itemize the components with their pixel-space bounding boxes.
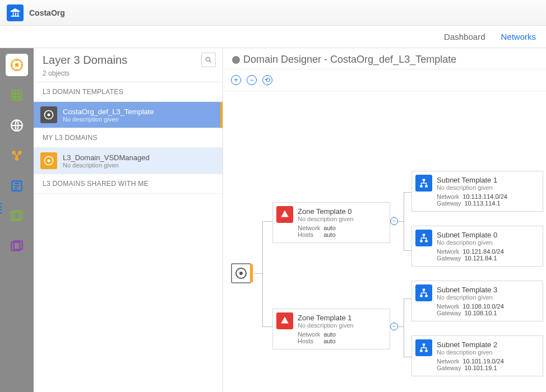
- zone-card[interactable]: Zone Template 1 No description given Net…: [272, 309, 390, 349]
- connector: [262, 221, 263, 326]
- subnet-name: Subnet Template 1: [437, 176, 537, 184]
- object-count: 2 objects: [34, 69, 223, 82]
- connector: [404, 298, 404, 357]
- nav-templates-a[interactable]: [6, 205, 28, 227]
- subnet-icon: [415, 175, 432, 192]
- section-templates: L3 DOMAIN TEMPLATES: [34, 82, 223, 102]
- svg-point-1: [15, 63, 19, 67]
- svg-rect-6: [12, 90, 21, 100]
- add-button[interactable]: +: [231, 75, 241, 85]
- svg-point-4: [11, 64, 13, 66]
- subnet-desc: No description given: [437, 239, 537, 246]
- collapse-toggle[interactable]: −: [390, 217, 398, 225]
- label: Gateway: [437, 200, 461, 207]
- search-button[interactable]: [201, 53, 216, 67]
- svg-point-26: [239, 272, 243, 275]
- nav-templates-b[interactable]: [6, 235, 28, 258]
- svg-rect-33: [423, 289, 425, 291]
- value: auto: [323, 231, 335, 238]
- label: Gateway: [437, 255, 461, 262]
- subnet-card[interactable]: Subnet Template 0 No description given N…: [411, 226, 543, 267]
- svg-point-3: [16, 69, 17, 71]
- label: Hosts: [298, 231, 313, 238]
- svg-rect-27: [423, 179, 425, 181]
- tab-dashboard[interactable]: Dashboard: [444, 32, 485, 41]
- subnet-desc: No description given: [437, 184, 537, 191]
- connector: [404, 357, 411, 357]
- nav-policies[interactable]: [6, 175, 28, 197]
- subnet-name: Subnet Template 2: [437, 340, 537, 349]
- subnet-card[interactable]: Subnet Template 2 No description given N…: [411, 335, 543, 376]
- zone-icon: [276, 312, 293, 329]
- connector: [262, 326, 272, 327]
- svg-rect-35: [425, 295, 428, 297]
- remove-button[interactable]: −: [247, 75, 257, 85]
- svg-point-14: [15, 157, 19, 161]
- label: Hosts: [298, 338, 313, 344]
- tab-networks[interactable]: Networks: [501, 32, 536, 41]
- zone-icon: [276, 206, 293, 223]
- svg-point-22: [48, 114, 50, 116]
- svg-rect-32: [425, 240, 428, 242]
- section-mine: MY L3 DOMAINS: [34, 128, 223, 148]
- svg-rect-31: [420, 240, 423, 242]
- section-shared: L3 DOMAINS SHARED WITH ME: [34, 174, 223, 194]
- connector: [254, 273, 262, 274]
- nav-services[interactable]: [6, 144, 28, 167]
- zone-name: Zone Template 0: [298, 207, 384, 216]
- value: 10.108.10.0/24: [462, 303, 503, 310]
- label: Network: [437, 303, 459, 310]
- zone-desc: No description given: [298, 216, 384, 222]
- value: 10.121.84.1: [464, 255, 497, 262]
- value: auto: [323, 331, 335, 338]
- item-name: L3_Domain_VSDManaged: [63, 153, 150, 162]
- rail-drag-handle[interactable]: [0, 203, 3, 214]
- subnet-card[interactable]: Subnet Template 1 No description given N…: [411, 171, 543, 212]
- label: Gateway: [437, 365, 461, 371]
- l3-icon: [40, 106, 57, 123]
- subnet-desc: No description given: [437, 294, 537, 301]
- connector: [262, 221, 272, 222]
- domain-template-item[interactable]: CostaOrg_def_L3_Template No description …: [34, 102, 223, 128]
- svg-point-24: [48, 160, 50, 162]
- subnet-name: Subnet Template 3: [437, 286, 537, 294]
- value: 10.121.84.0/24: [462, 248, 503, 255]
- label: Network: [298, 331, 320, 338]
- zone-card[interactable]: Zone Template 0 No description given Net…: [272, 202, 390, 243]
- value: 10.113.114.0/24: [462, 193, 507, 200]
- value: 10.101.19.0/24: [462, 358, 503, 365]
- domain-root-node[interactable]: [231, 263, 251, 283]
- org-logo: [7, 4, 24, 21]
- label: Network: [298, 225, 320, 231]
- collapse-toggle[interactable]: −: [390, 323, 398, 330]
- title-name: CostaOrg_def_L3_Template: [330, 54, 456, 65]
- label: Network: [437, 248, 459, 255]
- svg-rect-28: [420, 185, 423, 188]
- svg-point-9: [14, 96, 16, 98]
- svg-rect-34: [420, 295, 423, 297]
- nav-l3-domains[interactable]: [6, 54, 28, 76]
- item-name: CostaOrg_def_L3_Template: [63, 108, 154, 116]
- svg-rect-29: [425, 185, 428, 188]
- value: 10.108.10.1: [464, 310, 497, 316]
- subnet-icon: [415, 284, 432, 301]
- connector: [404, 250, 411, 251]
- subnet-card[interactable]: Subnet Template 3 No description given N…: [411, 281, 543, 321]
- svg-point-2: [16, 59, 17, 61]
- refresh-button[interactable]: ⟲: [262, 75, 272, 85]
- svg-rect-36: [423, 344, 425, 346]
- connector: [404, 298, 411, 299]
- svg-point-20: [206, 57, 210, 61]
- nav-globe[interactable]: [6, 114, 28, 137]
- connector: [404, 192, 404, 250]
- value: auto: [323, 225, 335, 231]
- svg-point-10: [18, 96, 20, 98]
- svg-point-7: [14, 92, 16, 94]
- connector: [398, 326, 404, 327]
- domain-item[interactable]: L3_Domain_VSDManaged No description give…: [34, 148, 223, 174]
- nav-l2-domains[interactable]: [6, 84, 28, 106]
- zone-desc: No description given: [298, 322, 384, 329]
- zone-name: Zone Template 1: [298, 314, 384, 322]
- value: 10.101.19.1: [464, 365, 497, 371]
- svg-rect-30: [423, 234, 425, 236]
